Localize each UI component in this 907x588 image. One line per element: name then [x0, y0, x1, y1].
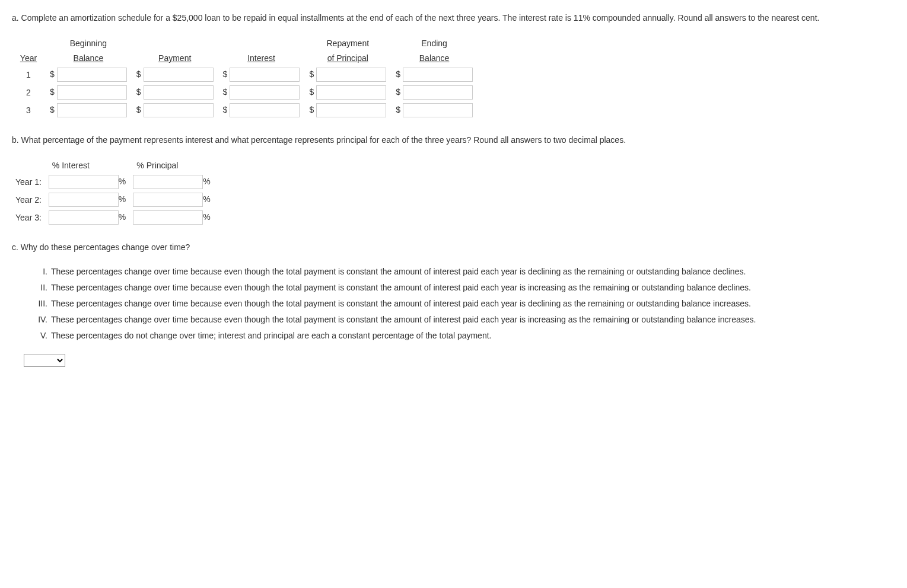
option-number: V. [30, 330, 47, 342]
year-label: 1 [12, 66, 45, 84]
table-row: Year 2: % % [12, 191, 214, 209]
pct-principal-input-3[interactable] [133, 210, 203, 225]
col-year: Year [20, 53, 37, 63]
option-item: IV. These percentages change over time b… [30, 314, 895, 326]
currency-symbol: $ [50, 69, 55, 79]
col-ending-top: Ending [391, 36, 478, 51]
currency-symbol: $ [309, 87, 314, 97]
col-beginning-bottom: Balance [74, 53, 104, 63]
interest-input-1[interactable] [230, 68, 300, 82]
year-label: Year 1: [12, 173, 45, 191]
option-text: These percentages change over time becau… [51, 298, 895, 310]
col-pct-interest: % Interest [45, 158, 129, 173]
pct-principal-input-2[interactable] [133, 193, 203, 207]
percent-symbol: % [203, 212, 210, 222]
col-payment: Payment [158, 53, 191, 63]
currency-symbol: $ [396, 87, 400, 97]
beginning-balance-input-2[interactable] [57, 85, 127, 100]
currency-symbol: $ [223, 69, 228, 79]
principal-input-2[interactable] [316, 85, 386, 100]
option-text: These percentages do not change over tim… [51, 330, 895, 342]
table-row: Year 3: % % [12, 209, 214, 226]
currency-symbol: $ [223, 87, 228, 97]
percent-symbol: % [119, 212, 126, 222]
part-c-prompt: c. Why do these percentages change over … [12, 241, 895, 254]
currency-symbol: $ [136, 69, 141, 79]
option-number: III. [30, 298, 47, 310]
currency-symbol: $ [396, 105, 400, 114]
currency-symbol: $ [223, 105, 228, 114]
interest-input-2[interactable] [230, 85, 300, 100]
part-a-prompt: a. Complete an amortization schedule for… [12, 12, 895, 24]
option-item: II. These percentages change over time b… [30, 282, 895, 294]
pct-interest-input-1[interactable] [49, 175, 119, 189]
col-interest: Interest [247, 53, 275, 63]
principal-input-3[interactable] [316, 103, 386, 117]
option-item: III. These percentages change over time … [30, 298, 895, 310]
col-ending-bottom: Balance [419, 53, 450, 63]
payment-input-1[interactable] [144, 68, 214, 82]
option-number: I. [30, 266, 47, 278]
table-row: Year 1: % % [12, 173, 214, 191]
answer-select[interactable] [24, 354, 65, 367]
interest-input-3[interactable] [230, 103, 300, 117]
amortization-table: Beginning Repayment Ending Year Balance … [12, 36, 478, 119]
currency-symbol: $ [136, 87, 141, 97]
payment-input-2[interactable] [144, 85, 214, 100]
year-label: Year 2: [12, 191, 45, 209]
percentage-table: % Interest % Principal Year 1: % % Year … [12, 158, 214, 226]
pct-interest-input-3[interactable] [49, 210, 119, 225]
percent-symbol: % [119, 194, 126, 204]
pct-interest-input-2[interactable] [49, 193, 119, 207]
col-repayment-top: Repayment [304, 36, 391, 51]
table-row: 1 $ $ $ $ $ [12, 66, 478, 84]
option-text: These percentages change over time becau… [51, 314, 895, 326]
option-item: I. These percentages change over time be… [30, 266, 895, 278]
option-text: These percentages change over time becau… [51, 266, 895, 278]
percent-symbol: % [119, 177, 126, 186]
principal-input-1[interactable] [316, 68, 386, 82]
currency-symbol: $ [50, 105, 55, 114]
col-beginning-top: Beginning [45, 36, 132, 51]
option-number: IV. [30, 314, 47, 326]
year-label: 3 [12, 101, 45, 119]
option-number: II. [30, 282, 47, 294]
currency-symbol: $ [309, 105, 314, 114]
table-row: 2 $ $ $ $ $ [12, 84, 478, 101]
pct-principal-input-1[interactable] [133, 175, 203, 189]
part-b-prompt: b. What percentage of the payment repres… [12, 134, 895, 146]
currency-symbol: $ [309, 69, 314, 79]
percent-symbol: % [203, 177, 210, 186]
beginning-balance-input-1[interactable] [57, 68, 127, 82]
currency-symbol: $ [136, 105, 141, 114]
percent-symbol: % [203, 194, 210, 204]
options-list: I. These percentages change over time be… [30, 266, 895, 342]
year-label: 2 [12, 84, 45, 101]
ending-balance-input-1[interactable] [403, 68, 473, 82]
table-row: 3 $ $ $ $ $ [12, 101, 478, 119]
payment-input-3[interactable] [144, 103, 214, 117]
currency-symbol: $ [396, 69, 400, 79]
beginning-balance-input-3[interactable] [57, 103, 127, 117]
ending-balance-input-3[interactable] [403, 103, 473, 117]
col-pct-principal: % Principal [129, 158, 214, 173]
ending-balance-input-2[interactable] [403, 85, 473, 100]
currency-symbol: $ [50, 87, 55, 97]
col-repayment-bottom: of Principal [327, 53, 368, 63]
year-label: Year 3: [12, 209, 45, 226]
option-text: These percentages change over time becau… [51, 282, 895, 294]
option-item: V. These percentages do not change over … [30, 330, 895, 342]
